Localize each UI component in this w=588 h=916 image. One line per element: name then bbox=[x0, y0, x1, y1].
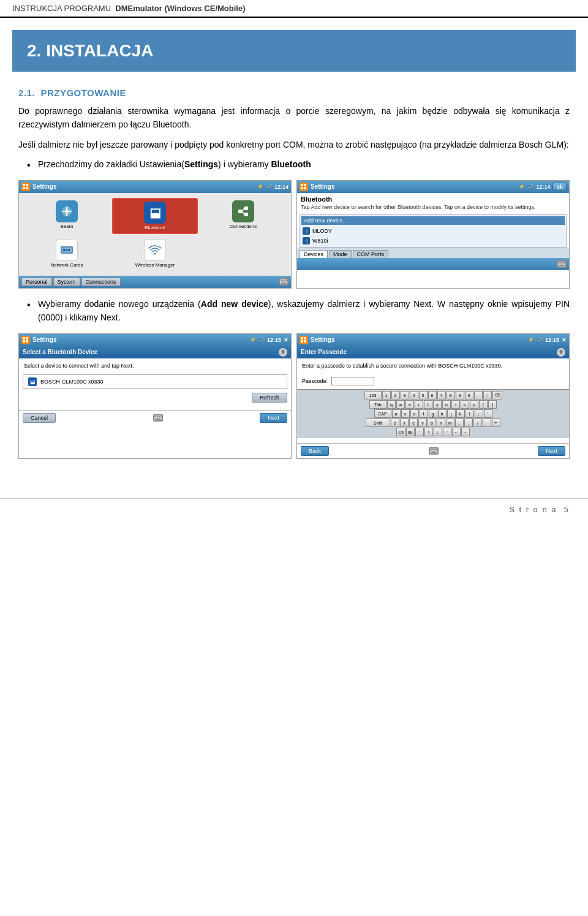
vk-backtick[interactable]: ` bbox=[415, 428, 424, 436]
vk-g[interactable]: g bbox=[429, 409, 437, 418]
svg-rect-2 bbox=[23, 187, 25, 189]
ce-close-btn-3[interactable]: ✕ bbox=[284, 337, 288, 343]
vk-space-mini[interactable] bbox=[483, 418, 491, 427]
vk-l[interactable]: l bbox=[466, 409, 474, 418]
vk-minus[interactable]: - bbox=[474, 391, 483, 399]
ce-icon-connections[interactable]: Connections bbox=[200, 198, 286, 235]
vk-t[interactable]: t bbox=[424, 400, 432, 409]
svg-rect-19 bbox=[284, 280, 285, 281]
vk-arrow-down[interactable]: ↓ bbox=[434, 428, 442, 436]
vk-lbracket[interactable]: [ bbox=[479, 400, 488, 409]
vk-backslash[interactable]: \ bbox=[424, 428, 433, 436]
vk-r[interactable]: r bbox=[415, 400, 423, 409]
back-button-4[interactable]: Back bbox=[301, 446, 329, 456]
vk-k[interactable]: k bbox=[456, 409, 465, 418]
ce-tab-system[interactable]: System bbox=[53, 278, 80, 286]
ce-icon-wireless[interactable]: Wireless Manager bbox=[112, 237, 198, 271]
bt-tab-devices[interactable]: Devices bbox=[300, 250, 328, 258]
bt-tab-mode[interactable]: Mode bbox=[329, 250, 352, 258]
next-button-4[interactable]: Next bbox=[538, 446, 565, 456]
vk-8[interactable]: 8 bbox=[447, 391, 455, 399]
bt-device-mlody[interactable]: ☃ MLODY bbox=[301, 226, 565, 236]
vk-rbracket[interactable]: ] bbox=[488, 400, 497, 409]
vk-7[interactable]: 7 bbox=[437, 391, 446, 399]
vk-arrow-right[interactable]: → bbox=[461, 428, 470, 436]
vk-enter[interactable]: ↵ bbox=[492, 418, 500, 427]
ce-keyboard-icon-4[interactable] bbox=[429, 447, 439, 455]
bt-device-w810i[interactable]: ☃ W810i bbox=[301, 236, 565, 246]
bt-tab-com-ports[interactable]: COM Ports bbox=[353, 250, 389, 258]
vk-q[interactable]: q bbox=[387, 400, 396, 409]
vk-o[interactable]: o bbox=[461, 400, 469, 409]
vk-semicolon[interactable]: ; bbox=[475, 409, 483, 418]
next-button-3[interactable]: Next bbox=[260, 413, 287, 423]
vk-period[interactable]: . bbox=[464, 418, 473, 427]
ce-tab-connections[interactable]: Connections bbox=[81, 278, 121, 286]
ce-ok-button[interactable]: ok bbox=[552, 183, 567, 191]
vk-m[interactable]: m bbox=[446, 418, 454, 427]
vk-v[interactable]: v bbox=[418, 418, 427, 427]
vk-equals[interactable]: = bbox=[483, 391, 492, 399]
vk-e[interactable]: e bbox=[405, 400, 414, 409]
vk-a[interactable]: a bbox=[392, 409, 401, 418]
vk-arrow-up[interactable]: ↑ bbox=[443, 428, 451, 436]
svg-rect-37 bbox=[155, 416, 156, 417]
ce-icon-network[interactable]: Network Cards bbox=[24, 237, 110, 271]
help-button-3[interactable]: ? bbox=[279, 348, 287, 357]
ce-close-btn-4[interactable]: ✕ bbox=[562, 337, 567, 343]
vk-d[interactable]: d bbox=[410, 409, 419, 418]
cancel-button-3[interactable]: Cancel bbox=[23, 413, 56, 423]
help-button-4[interactable]: ? bbox=[557, 348, 565, 357]
ce-keyboard-icon-1[interactable] bbox=[279, 278, 288, 286]
vk-b[interactable]: b bbox=[428, 418, 436, 427]
vk-c[interactable]: c bbox=[409, 418, 418, 427]
vk-backspace[interactable]: ⌫ bbox=[492, 391, 502, 399]
vk-2[interactable]: 2 bbox=[391, 391, 400, 399]
vk-w[interactable]: w bbox=[396, 400, 405, 409]
vk-cap[interactable]: CAP bbox=[374, 409, 391, 418]
vk-slash[interactable]: / bbox=[473, 418, 482, 427]
ce-status-1: ⚡ 🔊 12:14 bbox=[257, 184, 288, 190]
vk-0[interactable]: 0 bbox=[465, 391, 473, 399]
vk-f[interactable]: f bbox=[420, 409, 428, 418]
vk-123[interactable]: 123 bbox=[364, 391, 382, 399]
vk-x[interactable]: x bbox=[400, 418, 409, 427]
vk-h[interactable]: h bbox=[438, 409, 447, 418]
network-icon-box bbox=[56, 239, 78, 261]
ce-tab-personal[interactable]: Personal bbox=[21, 278, 52, 286]
vk-j[interactable]: j bbox=[447, 409, 456, 418]
vk-s[interactable]: s bbox=[401, 409, 410, 418]
svg-rect-43 bbox=[304, 337, 306, 339]
vk-arrow-left[interactable]: ← bbox=[452, 428, 461, 436]
vk-quote[interactable]: ' bbox=[484, 409, 492, 418]
ce-icon-bluetooth[interactable]: ⬓ Bluetooth bbox=[112, 198, 198, 235]
vk-shift[interactable]: Shift bbox=[366, 418, 390, 427]
vk-u[interactable]: u bbox=[442, 400, 451, 409]
ce-icon-beam[interactable]: Beam bbox=[24, 198, 110, 235]
vk-ctrl[interactable]: Ctl bbox=[396, 428, 405, 436]
vk-z[interactable]: z bbox=[391, 418, 399, 427]
passcode-input[interactable] bbox=[331, 377, 374, 385]
vk-tab[interactable]: Tab bbox=[369, 400, 386, 409]
refresh-button[interactable]: Refresh bbox=[252, 393, 287, 403]
vk-y[interactable]: y bbox=[433, 400, 442, 409]
vk-3[interactable]: 3 bbox=[401, 391, 409, 399]
bt-add-new-button[interactable]: Add new device... bbox=[301, 216, 565, 225]
svg-rect-45 bbox=[304, 340, 306, 343]
ce-taskbar-top-2: Settings ⚡ 🔊 12:14 ok bbox=[297, 181, 569, 193]
vk-9[interactable]: 9 bbox=[456, 391, 464, 399]
svg-rect-33 bbox=[26, 337, 28, 339]
vk-4[interactable]: 4 bbox=[410, 391, 418, 399]
bosch-device-row[interactable]: ⬓ BOSCH GLM100C x0330 bbox=[23, 374, 287, 389]
vk-5[interactable]: 5 bbox=[419, 391, 428, 399]
vk-au[interactable]: äü bbox=[406, 428, 415, 436]
ce-screen-bluetooth: Settings ⚡ 🔊 12:14 ok Bluetooth Tap Add … bbox=[296, 180, 570, 289]
vk-i[interactable]: i bbox=[451, 400, 460, 409]
vk-6[interactable]: 6 bbox=[428, 391, 437, 399]
vk-n[interactable]: n bbox=[437, 418, 445, 427]
vk-p[interactable]: p bbox=[470, 400, 478, 409]
ce-keyboard-icon-3[interactable] bbox=[153, 414, 163, 422]
vk-1[interactable]: 1 bbox=[382, 391, 391, 399]
ce-keyboard-icon-2[interactable] bbox=[557, 260, 567, 268]
vk-comma[interactable]: , bbox=[455, 418, 464, 427]
